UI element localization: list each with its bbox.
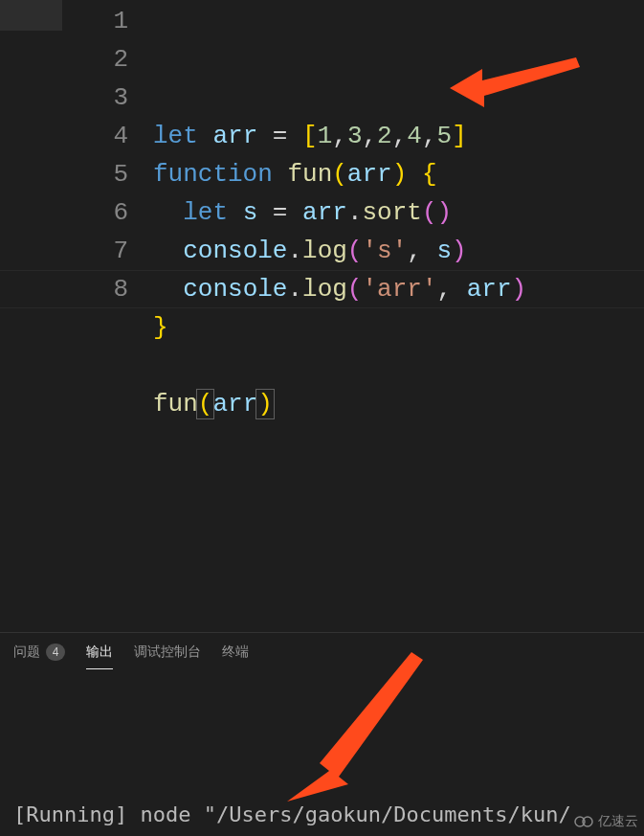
tab-problems-label: 问题 [13, 644, 40, 661]
svg-marker-0 [450, 57, 580, 107]
bottom-panel: 问题 4 输出 调试控制台 终端 [Running] node "/Users/… [0, 632, 644, 836]
watermark: 亿速云 [573, 813, 638, 830]
code-line[interactable] [153, 347, 644, 385]
code-line[interactable]: } [153, 308, 644, 347]
line-number: 6 [0, 193, 153, 232]
arrow-annotation-top [450, 54, 584, 111]
line-number: 7 [0, 232, 153, 270]
tab-problems[interactable]: 问题 4 [13, 633, 65, 671]
tab-output[interactable]: 输出 [86, 633, 113, 671]
line-number: 5 [0, 155, 153, 193]
line-number: 8 [0, 270, 153, 308]
code-line[interactable]: fun(arr) [153, 385, 644, 423]
line-number: 4 [0, 117, 153, 155]
svg-marker-1 [287, 652, 423, 802]
line-number-gutter: 12345678 [0, 0, 153, 632]
tab-debug-label: 调试控制台 [134, 644, 201, 661]
tab-output-label: 输出 [86, 644, 113, 661]
output-content[interactable]: [Running] node "/Users/gaokun/Documents/… [0, 671, 644, 836]
watermark-icon [573, 815, 594, 828]
panel-tabs: 问题 4 输出 调试控制台 终端 [0, 633, 644, 671]
code-editor[interactable]: 12345678 let arr = [1,3,2,4,5]function f… [0, 0, 644, 632]
code-line[interactable]: console.log('arr', arr) [153, 270, 644, 308]
code-line[interactable]: console.log('s', s) [153, 232, 644, 270]
code-line[interactable]: let s = arr.sort() [153, 193, 644, 232]
watermark-text: 亿速云 [598, 813, 638, 830]
problems-count-badge: 4 [46, 644, 65, 661]
line-number: 3 [0, 79, 153, 117]
tab-debug-console[interactable]: 调试控制台 [134, 633, 201, 671]
tab-terminal[interactable]: 终端 [222, 633, 249, 671]
code-content[interactable]: let arr = [1,3,2,4,5]function fun(arr) {… [153, 0, 644, 632]
code-line[interactable]: let arr = [1,3,2,4,5] [153, 117, 644, 155]
output-line: [Running] node "/Users/gaokun/Documents/… [13, 796, 631, 834]
tab-stub [0, 0, 62, 31]
line-number: 2 [0, 40, 153, 79]
tab-terminal-label: 终端 [222, 644, 249, 661]
code-line[interactable]: function fun(arr) { [153, 155, 644, 193]
